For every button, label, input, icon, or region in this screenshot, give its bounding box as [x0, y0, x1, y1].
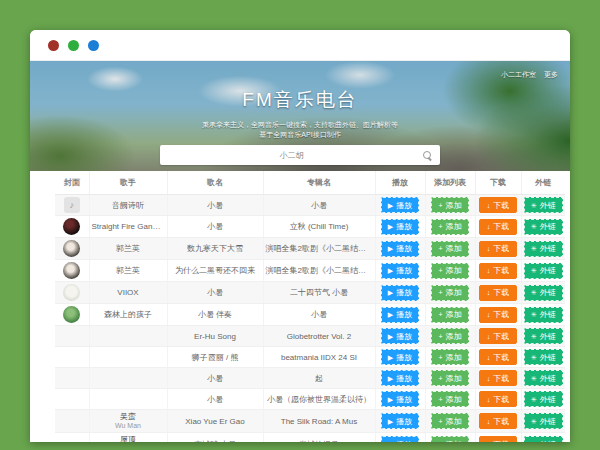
download-button-label: 下载 [493, 416, 509, 427]
add-to-list-button-label: 添加 [446, 243, 462, 254]
search-input[interactable] [160, 150, 423, 161]
add-to-list-button[interactable]: +添加 [431, 241, 469, 257]
play-button[interactable]: ▶播放 [381, 197, 419, 213]
download-button[interactable]: ↓下载 [479, 328, 517, 344]
download-button[interactable]: ↓下载 [479, 436, 517, 442]
song-artist-cell [89, 347, 167, 368]
external-link-button[interactable]: ✳外链 [524, 436, 563, 442]
add-to-list-button[interactable]: +添加 [431, 328, 469, 344]
download-button[interactable]: ↓下载 [479, 307, 517, 323]
play-button[interactable]: ▶播放 [381, 436, 419, 442]
play-button[interactable]: ▶播放 [381, 241, 419, 257]
play-button[interactable]: ▶播放 [381, 263, 419, 279]
play-button-label: 播放 [396, 394, 412, 405]
play-button[interactable]: ▶播放 [381, 219, 419, 235]
song-artist-cell [89, 368, 167, 389]
download-button-cell: ↓下载 [475, 368, 521, 389]
add-icon: + [438, 418, 442, 425]
download-button-cell: ↓下载 [475, 347, 521, 368]
download-button[interactable]: ↓下载 [479, 197, 517, 213]
add-to-list-button-cell: +添加 [425, 389, 475, 410]
table-row: 小暑小暑（愿你被世界温柔以待）▶播放+添加↓下载✳外链 [55, 389, 565, 410]
download-button-label: 下载 [493, 265, 509, 276]
play-button[interactable]: ▶播放 [381, 370, 419, 386]
maximize-button[interactable] [88, 40, 99, 51]
external-link-button[interactable]: ✳外链 [524, 413, 563, 429]
external-link-button[interactable]: ✳外链 [524, 391, 563, 407]
add-to-list-button[interactable]: +添加 [431, 370, 469, 386]
external-link-button[interactable]: ✳外链 [524, 370, 563, 386]
close-button[interactable] [48, 40, 59, 51]
external-link-button-cell: ✳外链 [521, 347, 565, 368]
external-link-button-label: 外链 [540, 309, 556, 320]
external-link-button[interactable]: ✳外链 [524, 219, 563, 235]
cover-thumbnail [63, 218, 80, 235]
add-icon: + [438, 267, 442, 274]
external-link-button[interactable]: ✳外链 [524, 328, 563, 344]
song-name-cell: 小暑 [167, 216, 263, 238]
add-icon: + [438, 375, 442, 382]
external-link-button[interactable]: ✳外链 [524, 307, 563, 323]
add-to-list-button[interactable]: +添加 [431, 436, 469, 442]
play-button-label: 播放 [396, 221, 412, 232]
play-button[interactable]: ▶播放 [381, 285, 419, 301]
add-to-list-button[interactable]: +添加 [431, 349, 469, 365]
song-table: 封面 歌手 歌名 专辑名 播放 添加列表 下载 外链 ♪音阙诗听小暑小暑▶播放+… [55, 171, 565, 442]
play-button[interactable]: ▶播放 [381, 391, 419, 407]
table-row: 小暑起▶播放+添加↓下载✳外链 [55, 368, 565, 389]
download-button[interactable]: ↓下载 [479, 370, 517, 386]
external-link-button-label: 外链 [540, 221, 556, 232]
play-button-cell: ▶播放 [375, 389, 425, 410]
download-button-label: 下载 [493, 439, 509, 443]
play-button[interactable]: ▶播放 [381, 349, 419, 365]
download-button[interactable]: ↓下载 [479, 391, 517, 407]
external-link-button[interactable]: ✳外链 [524, 263, 563, 279]
search-icon[interactable] [423, 151, 432, 160]
minimize-button[interactable] [68, 40, 79, 51]
nav-link-more[interactable]: 更多 [544, 70, 558, 80]
add-to-list-button[interactable]: +添加 [431, 197, 469, 213]
col-header-artist: 歌手 [89, 171, 167, 195]
play-button[interactable]: ▶播放 [381, 413, 419, 429]
table-row: VIIOX小暑二十四节气 小暑▶播放+添加↓下载✳外链 [55, 282, 565, 304]
download-button[interactable]: ↓下载 [479, 349, 517, 365]
cover-thumbnail [63, 262, 80, 279]
external-link-button-cell: ✳外链 [521, 195, 565, 216]
add-to-list-button-cell: +添加 [425, 304, 475, 326]
song-name-cell: 小暑 伴奏 [167, 304, 263, 326]
add-to-list-button-label: 添加 [446, 439, 462, 443]
song-cover-cell [55, 433, 89, 443]
play-button[interactable]: ▶播放 [381, 328, 419, 344]
add-icon: + [438, 311, 442, 318]
external-link-button-cell: ✳外链 [521, 282, 565, 304]
add-to-list-button[interactable]: +添加 [431, 263, 469, 279]
download-button[interactable]: ↓下载 [479, 241, 517, 257]
external-link-button[interactable]: ✳外链 [524, 197, 563, 213]
play-button[interactable]: ▶播放 [381, 307, 419, 323]
add-to-list-button[interactable]: +添加 [431, 307, 469, 323]
external-link-button-label: 外链 [540, 439, 556, 443]
external-link-button[interactable]: ✳外链 [524, 285, 563, 301]
external-link-button[interactable]: ✳外链 [524, 241, 563, 257]
add-to-list-button[interactable]: +添加 [431, 413, 469, 429]
download-button[interactable]: ↓下载 [479, 263, 517, 279]
song-cover-cell [55, 216, 89, 238]
song-album-cell: 二十四节气 小暑 [263, 282, 375, 304]
download-button-cell: ↓下载 [475, 304, 521, 326]
play-icon: ▶ [388, 354, 393, 361]
play-button-cell: ▶播放 [375, 326, 425, 347]
download-button[interactable]: ↓下载 [479, 413, 517, 429]
download-icon: ↓ [487, 289, 491, 296]
table-row: Er-Hu SongGlobetrotter Vol. 2▶播放+添加↓下载✳外… [55, 326, 565, 347]
play-button-cell: ▶播放 [375, 368, 425, 389]
add-to-list-button-cell: +添加 [425, 216, 475, 238]
add-to-list-button[interactable]: +添加 [431, 219, 469, 235]
play-button-cell: ▶播放 [375, 260, 425, 282]
add-to-list-button[interactable]: +添加 [431, 285, 469, 301]
external-link-button[interactable]: ✳外链 [524, 349, 563, 365]
add-to-list-button[interactable]: +添加 [431, 391, 469, 407]
nav-link-studio[interactable]: 小二工作室 [501, 70, 536, 80]
download-button[interactable]: ↓下载 [479, 285, 517, 301]
download-button-label: 下载 [493, 243, 509, 254]
download-button[interactable]: ↓下载 [479, 219, 517, 235]
